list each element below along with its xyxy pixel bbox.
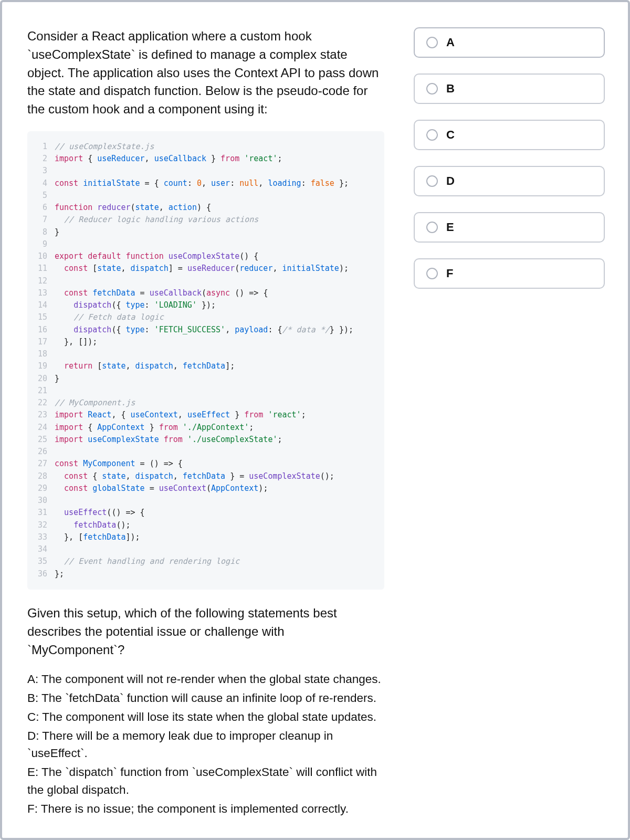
question-followup: Given this setup, which of the following… <box>27 604 384 659</box>
radio-icon <box>426 83 438 94</box>
answer-button-e[interactable]: E <box>414 212 605 243</box>
option-text-e: E: The `dispatch` function from `useComp… <box>27 763 384 799</box>
answer-button-a[interactable]: A <box>414 27 605 58</box>
option-text-a: A: The component will not re-render when… <box>27 670 384 688</box>
radio-icon <box>426 222 438 233</box>
answer-label: B <box>446 82 455 96</box>
option-text-b: B: The `fetchData` function will cause a… <box>27 689 384 707</box>
answer-button-f[interactable]: F <box>414 258 605 289</box>
answer-label: F <box>446 267 453 280</box>
answer-label: E <box>446 220 454 234</box>
radio-icon <box>426 268 438 279</box>
answers-column: A B C D E F <box>414 27 605 817</box>
option-text-f: F: There is no issue; the component is i… <box>27 800 384 818</box>
code-block: 1// useComplexState.js2import { useReduc… <box>27 131 384 590</box>
answer-label: A <box>446 36 455 49</box>
question-frame: Consider a React application where a cus… <box>0 0 630 840</box>
option-text-c: C: The component will lose its state whe… <box>27 708 384 726</box>
radio-icon <box>426 37 438 48</box>
option-text-d: D: There will be a memory leak due to im… <box>27 727 384 763</box>
options-text: A: The component will not re-render when… <box>27 670 384 817</box>
question-column: Consider a React application where a cus… <box>27 27 384 817</box>
answer-label: D <box>446 174 455 188</box>
question-intro: Consider a React application where a cus… <box>27 27 384 119</box>
answer-label: C <box>446 128 455 142</box>
answer-button-b[interactable]: B <box>414 74 605 104</box>
answer-button-c[interactable]: C <box>414 120 605 150</box>
answer-button-d[interactable]: D <box>414 166 605 196</box>
radio-icon <box>426 175 438 187</box>
radio-icon <box>426 129 438 141</box>
